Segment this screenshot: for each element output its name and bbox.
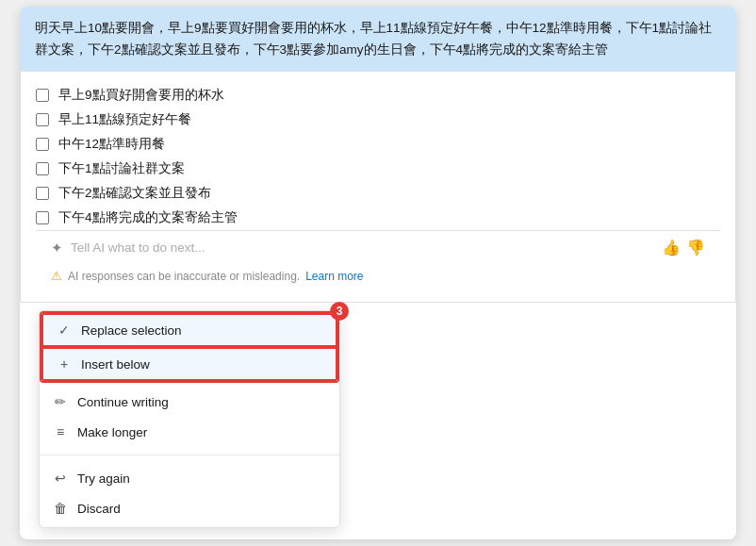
menu-label-continue-writing: Continue writing bbox=[77, 395, 169, 409]
pencil-icon: ✏ bbox=[53, 394, 68, 409]
menu-item-make-longer[interactable]: ≡ Make longer bbox=[40, 417, 339, 447]
checklist-item: 早上9點買好開會要用的杯水 bbox=[36, 83, 720, 108]
selected-text-block: 明天早上10點要開會，早上9點要買好開會要用的杯水，早上11點線預定好午餐，中午… bbox=[20, 7, 736, 73]
menu-item-discard[interactable]: 🗑 Discard bbox=[40, 493, 339, 523]
menu-label-try-again: Try again bbox=[77, 472, 130, 486]
menu-label-make-longer: Make longer bbox=[77, 425, 147, 439]
trash-icon: 🗑 bbox=[53, 501, 68, 516]
menu-label-insert-below: Insert below bbox=[81, 357, 150, 372]
checkbox-3[interactable] bbox=[36, 138, 49, 151]
checkbox-4[interactable] bbox=[36, 162, 49, 175]
checklist-item: 下午4點將完成的文案寄給主管 bbox=[36, 206, 720, 230]
warning-icon: ⚠ bbox=[51, 269, 62, 283]
menu-highlighted-section: ✓ Replace selection + Insert below bbox=[40, 311, 339, 383]
thumbs-up-icon[interactable]: 👍 bbox=[662, 239, 681, 256]
menu-item-continue-writing[interactable]: ✏ Continue writing bbox=[40, 387, 339, 417]
checkbox-5[interactable] bbox=[36, 187, 49, 200]
menu-item-try-again[interactable]: ↩ Try again bbox=[40, 463, 339, 493]
ai-warning-row: ⚠ AI responses can be inaccurate or misl… bbox=[36, 264, 720, 290]
menu-item-insert-below[interactable]: + Insert below bbox=[41, 347, 337, 381]
thumbs-down-icon[interactable]: 👎 bbox=[686, 239, 705, 256]
check-icon: ✓ bbox=[57, 323, 72, 338]
ai-feedback-icons: 👍 👎 bbox=[662, 239, 705, 256]
dropdown-menu: 3 ✓ Replace selection + Insert below ✏ bbox=[39, 310, 340, 528]
menu-divider bbox=[40, 455, 339, 455]
badge: 3 bbox=[330, 302, 349, 321]
menu-label-replace: Replace selection bbox=[81, 323, 182, 338]
checklist-label-5: 下午2點確認文案並且發布 bbox=[58, 185, 211, 202]
bottom-section: 3 ✓ Replace selection + Insert below ✏ bbox=[20, 303, 736, 539]
checkbox-2[interactable] bbox=[36, 113, 49, 126]
spark-icon: ✦ bbox=[51, 240, 63, 256]
lines-icon: ≡ bbox=[53, 424, 68, 439]
main-panel: 明天早上10點要開會，早上9點要買好開會要用的杯水，早上11點線預定好午餐，中午… bbox=[20, 7, 736, 540]
learn-more-link[interactable]: Learn more bbox=[305, 270, 363, 283]
checklist-label-1: 早上9點買好開會要用的杯水 bbox=[58, 87, 224, 104]
menu-other-items: ✏ Continue writing ≡ Make longer bbox=[40, 383, 339, 451]
checkbox-6[interactable] bbox=[36, 211, 49, 224]
checklist-block: 早上9點買好開會要用的杯水 早上11點線預定好午餐 中午12點準時用餐 下午1點… bbox=[20, 72, 736, 303]
plus-icon: + bbox=[57, 356, 72, 372]
ai-input-row: ✦ Tell AI what to do next... 👍 👎 bbox=[36, 230, 720, 264]
menu-item-replace[interactable]: ✓ Replace selection bbox=[41, 313, 337, 347]
retry-icon: ↩ bbox=[53, 471, 68, 486]
checklist-label-3: 中午12點準時用餐 bbox=[58, 136, 165, 153]
checklist-label-2: 早上11點線預定好午餐 bbox=[58, 111, 191, 128]
menu-bottom-items: ↩ Try again 🗑 Discard bbox=[40, 459, 339, 527]
checkbox-1[interactable] bbox=[36, 89, 49, 102]
checklist-item: 下午1點討論社群文案 bbox=[36, 157, 720, 181]
checklist-label-6: 下午4點將完成的文案寄給主管 bbox=[58, 209, 238, 226]
checklist-item: 中午12點準時用餐 bbox=[36, 132, 720, 157]
ai-input-placeholder[interactable]: Tell AI what to do next... bbox=[71, 240, 654, 255]
checklist-item: 下午2點確認文案並且發布 bbox=[36, 181, 720, 206]
dropdown-wrapper: 3 ✓ Replace selection + Insert below ✏ bbox=[20, 303, 340, 528]
ai-warning-text: AI responses can be inaccurate or mislea… bbox=[68, 270, 300, 283]
selected-text: 明天早上10點要開會，早上9點要買好開會要用的杯水，早上11點線預定好午餐，中午… bbox=[35, 21, 712, 57]
checklist-item: 早上11點線預定好午餐 bbox=[36, 108, 720, 132]
checklist-label-4: 下午1點討論社群文案 bbox=[58, 160, 185, 177]
menu-label-discard: Discard bbox=[77, 502, 121, 516]
